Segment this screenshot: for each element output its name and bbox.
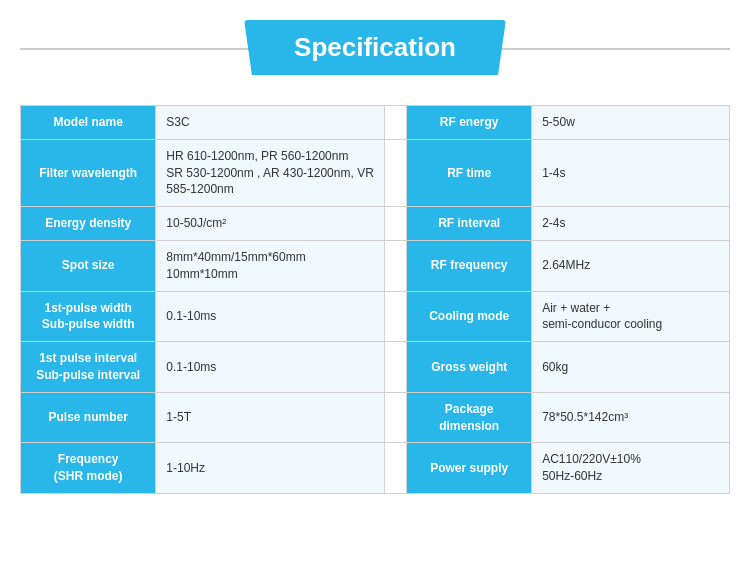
left-value-cell: 0.1-10ms [156, 291, 385, 342]
gap-cell [385, 139, 407, 206]
right-label-cell: RF energy [407, 106, 532, 140]
right-label-cell: RF interval [407, 207, 532, 241]
left-label-cell: 1st-pulse width Sub-pulse width [21, 291, 156, 342]
gap-cell [385, 443, 407, 494]
table-row: 1st pulse interval Sub-pulse interval0.1… [21, 342, 730, 393]
left-label-cell: Model name [21, 106, 156, 140]
right-label-cell: Power supply [407, 443, 532, 494]
page-title: Specification [244, 20, 506, 75]
right-value-cell: Air + water + semi-conducor cooling [532, 291, 730, 342]
right-value-cell: 1-4s [532, 139, 730, 206]
table-row: 1st-pulse width Sub-pulse width0.1-10msC… [21, 291, 730, 342]
left-value-cell: 8mm*40mm/15mm*60mm 10mm*10mm [156, 240, 385, 291]
gap-cell [385, 207, 407, 241]
gap-cell [385, 240, 407, 291]
left-label-cell: Energy density [21, 207, 156, 241]
left-value-cell: 0.1-10ms [156, 342, 385, 393]
right-value-cell: 60kg [532, 342, 730, 393]
left-value-cell: S3C [156, 106, 385, 140]
left-value-cell: 1-10Hz [156, 443, 385, 494]
right-value-cell: 2-4s [532, 207, 730, 241]
table-row: Model nameS3CRF energy5-50w [21, 106, 730, 140]
table-row: Pulse number1-5TPackage dimension78*50.5… [21, 392, 730, 443]
right-label-cell: Cooling mode [407, 291, 532, 342]
right-label-cell: Package dimension [407, 392, 532, 443]
left-value-cell: HR 610-1200nm, PR 560-1200nm SR 530-1200… [156, 139, 385, 206]
gap-cell [385, 106, 407, 140]
table-row: Energy density10-50J/cm²RF interval2-4s [21, 207, 730, 241]
right-value-cell: 5-50w [532, 106, 730, 140]
left-value-cell: 1-5T [156, 392, 385, 443]
left-label-cell: 1st pulse interval Sub-pulse interval [21, 342, 156, 393]
title-section: Specification [20, 20, 730, 75]
table-row: Filter wavelengthHR 610-1200nm, PR 560-1… [21, 139, 730, 206]
right-value-cell: 2.64MHz [532, 240, 730, 291]
left-value-cell: 10-50J/cm² [156, 207, 385, 241]
left-label-cell: Frequency (SHR mode) [21, 443, 156, 494]
right-value-cell: AC110/220V±10% 50Hz-60Hz [532, 443, 730, 494]
gap-cell [385, 342, 407, 393]
left-label-cell: Spot size [21, 240, 156, 291]
table-row: Spot size8mm*40mm/15mm*60mm 10mm*10mmRF … [21, 240, 730, 291]
spec-table: Model nameS3CRF energy5-50wFilter wavele… [20, 105, 730, 494]
gap-cell [385, 392, 407, 443]
table-row: Frequency (SHR mode)1-10HzPower supplyAC… [21, 443, 730, 494]
left-label-cell: Filter wavelength [21, 139, 156, 206]
left-label-cell: Pulse number [21, 392, 156, 443]
right-value-cell: 78*50.5*142cm³ [532, 392, 730, 443]
right-label-cell: RF time [407, 139, 532, 206]
right-label-cell: Gross weight [407, 342, 532, 393]
right-label-cell: RF frequency [407, 240, 532, 291]
gap-cell [385, 291, 407, 342]
